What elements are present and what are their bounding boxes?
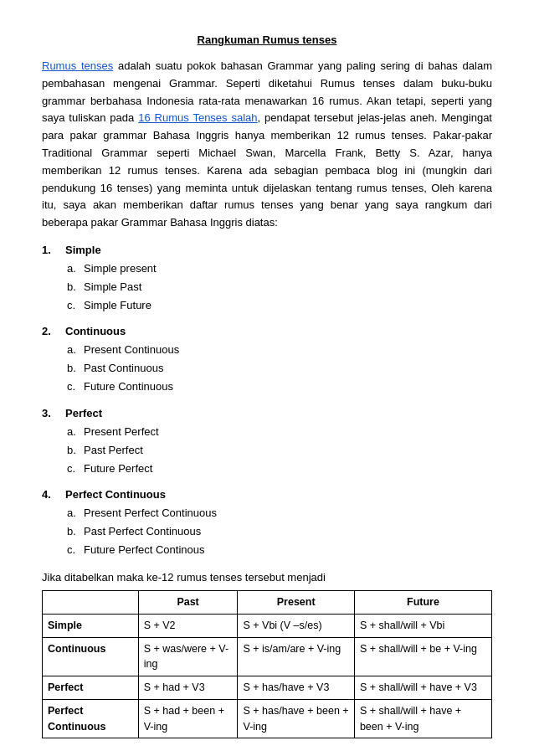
section-1-list: Simple present Simple Past Simple Future [67, 260, 492, 315]
list-item: Future Perfect Continous [67, 541, 492, 559]
list-item: Future Perfect [67, 460, 492, 478]
table-cell-continuous-label: Continuous [43, 637, 139, 676]
table-header-present: Present [238, 591, 354, 615]
table-cell-perfect-present: S + has/have + V3 [238, 676, 354, 700]
table-cell-perfect-label: Perfect [43, 676, 139, 700]
section-3-list: Present Perfect Past Perfect Future Perf… [67, 423, 492, 478]
section-3-number: 3. [42, 407, 65, 419]
intro-paragraph: Rumus tenses adalah suatu pokok bahasan … [42, 58, 492, 232]
list-item: Simple Future [67, 296, 492, 315]
section-2: 2. Continuous Present Continuous Past Co… [42, 325, 492, 396]
table-row-perfect: Perfect S + had + V3 S + has/have + V3 S… [43, 676, 492, 700]
section-3-title: Perfect [65, 407, 102, 419]
section-4: 4. Perfect Continuous Present Perfect Co… [42, 488, 492, 559]
list-item: Simple present [67, 260, 492, 278]
section-4-list: Present Perfect Continuous Past Perfect … [67, 504, 492, 559]
section-4-title: Perfect Continuous [65, 488, 166, 501]
table-cell-continuous-present: S + is/am/are + V-ing [238, 637, 354, 676]
rumus-tenses-link[interactable]: Rumus tenses [42, 59, 113, 72]
list-item: Simple Past [67, 278, 492, 296]
table-cell-continuous-past: S + was/were + V-ing [138, 637, 238, 676]
section-3: 3. Perfect Present Perfect Past Perfect … [42, 407, 492, 478]
table-cell-perfect-cont-future: S + shall/will + have + been + V-ing [354, 699, 491, 738]
list-item: Past Perfect Continuous [67, 522, 492, 541]
section-2-title: Continuous [65, 325, 126, 337]
table-cell-simple-past: S + V2 [138, 614, 238, 637]
table-cell-perfect-future: S + shall/will + have + V3 [354, 676, 491, 700]
section-4-number: 4. [42, 488, 65, 501]
table-cell-perfect-cont-label: Perfect Continuous [43, 699, 139, 738]
table-row-perfect-continuous: Perfect Continuous S + had + been + V-in… [43, 699, 492, 738]
list-item: Past Perfect [67, 441, 492, 460]
table-header-future: Future [354, 591, 491, 615]
list-item: Present Perfect Continuous [67, 504, 492, 522]
table-row-simple: Simple S + V2 S + Vbi (V –s/es) S + shal… [43, 614, 492, 637]
table-cell-simple-label: Simple [43, 614, 139, 637]
list-item: Future Continuous [67, 378, 492, 396]
tenses-table: Past Present Future Simple S + V2 S + Vb… [42, 590, 492, 738]
table-cell-simple-present: S + Vbi (V –s/es) [238, 614, 354, 637]
section-1-number: 1. [42, 244, 65, 256]
table-header-row-label [43, 591, 139, 615]
section-2-number: 2. [42, 325, 65, 337]
table-cell-perfect-cont-past: S + had + been + V-ing [138, 699, 238, 738]
table-cell-continuous-future: S + shall/will + be + V-ing [354, 637, 491, 676]
section-2-list: Present Continuous Past Continuous Futur… [67, 341, 492, 396]
table-cell-simple-future: S + shall/will + Vbi [354, 614, 491, 637]
section-1-title: Simple [65, 244, 101, 256]
table-row-continuous: Continuous S + was/were + V-ing S + is/a… [43, 637, 492, 676]
table-intro: Jika ditabelkan maka ke-12 rumus tenses … [42, 571, 492, 584]
list-item: Present Perfect [67, 423, 492, 441]
list-item: Present Continuous [67, 341, 492, 359]
table-header-past: Past [138, 591, 238, 615]
section-1: 1. Simple Simple present Simple Past Sim… [42, 244, 492, 315]
list-item: Past Continuous [67, 359, 492, 378]
page-title: Rangkuman Rumus tenses [42, 33, 492, 46]
table-cell-perfect-cont-present: S + has/have + been + V-ing [238, 699, 354, 738]
16-rumus-link[interactable]: 16 Rumus Tenses salah [138, 111, 257, 124]
table-cell-perfect-past: S + had + V3 [138, 676, 238, 700]
intro-text-part4: , pendapat tersebut jelas-jelas aneh. Me… [42, 111, 492, 229]
